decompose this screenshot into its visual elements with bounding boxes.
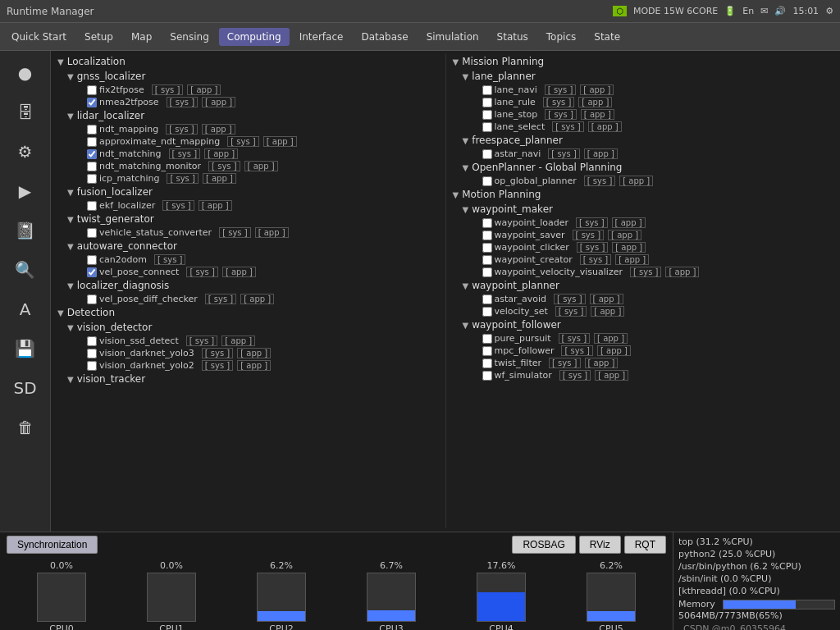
module-checkbox-ekf_localizer[interactable] [87, 201, 97, 211]
menu-item-setup[interactable]: Setup [76, 28, 121, 46]
section-freespace_planner[interactable]: ▼freespace_planner [450, 133, 838, 148]
tag-app[interactable]: [ app ] [585, 358, 619, 368]
module-checkbox-waypoint_creator[interactable] [482, 255, 492, 265]
section-localizer_diagnosis[interactable]: ▼localizer_diagnosis [54, 278, 442, 293]
tag-sys[interactable]: [ sys ] [202, 348, 234, 358]
module-checkbox-fix2tfpose[interactable] [87, 85, 97, 95]
tag-sys[interactable]: [ sys ] [559, 333, 591, 344]
module-checkbox-nmea2tfpose[interactable] [87, 98, 97, 107]
trash-icon[interactable]: 🗑 [7, 409, 44, 446]
terminal-icon[interactable]: ▶ [7, 172, 44, 210]
module-checkbox-can2odom[interactable] [87, 255, 97, 265]
module-checkbox-icp_matching[interactable] [87, 174, 97, 184]
module-checkbox-wf_simulator[interactable] [482, 371, 492, 381]
module-checkbox-waypoint_clicker[interactable] [482, 243, 492, 253]
drive-icon[interactable]: 💾 [7, 330, 44, 368]
menu-item-sensing[interactable]: Sensing [162, 28, 217, 46]
tag-app[interactable]: [ app ] [202, 124, 235, 135]
menu-item-database[interactable]: Database [353, 28, 416, 46]
section-waypoint_planner[interactable]: ▼waypoint_planner [450, 278, 838, 293]
sd-icon[interactable]: SD [7, 369, 44, 407]
module-checkbox-vision_darknet_yolo2[interactable] [87, 361, 97, 371]
tag-app[interactable]: [ app ] [244, 161, 278, 171]
section-waypoint_follower[interactable]: ▼waypoint_follower [450, 317, 838, 332]
module-checkbox-lane_select[interactable] [482, 122, 492, 132]
tag-app[interactable]: [ app ] [597, 345, 631, 356]
module-checkbox-astar_avoid[interactable] [482, 294, 492, 304]
menu-item-state[interactable]: State [586, 28, 628, 46]
rosbag-button[interactable]: ROSBAG [512, 536, 575, 554]
module-checkbox-waypoint_loader[interactable] [482, 218, 492, 228]
module-checkbox-waypoint_saver[interactable] [482, 231, 492, 240]
tag-sys[interactable]: [ sys ] [205, 294, 237, 304]
tag-sys[interactable]: [ sys ] [167, 173, 199, 184]
tag-app[interactable]: [ app ] [612, 242, 646, 253]
tag-app[interactable]: [ app ] [237, 348, 271, 358]
module-checkbox-lane_navi[interactable] [482, 85, 492, 95]
menu-item-topics[interactable]: Topics [538, 28, 584, 46]
tag-sys[interactable]: [ sys ] [186, 336, 218, 346]
tag-app[interactable]: [ app ] [578, 97, 612, 107]
module-checkbox-ndt_mapping[interactable] [87, 125, 97, 135]
files-icon[interactable]: 🗄 [7, 94, 44, 131]
section-lidar_localizer[interactable]: ▼lidar_localizer [54, 108, 442, 123]
module-checkbox-velocity_set[interactable] [482, 307, 492, 317]
notebook-icon[interactable]: 📓 [7, 212, 44, 249]
tag-app[interactable]: [ app ] [588, 121, 622, 132]
tag-sys[interactable]: [ sys ] [549, 358, 581, 368]
rviz-button[interactable]: RViz [579, 536, 621, 554]
tag-sys[interactable]: [ sys ] [543, 97, 575, 107]
autoware-icon[interactable]: A [7, 290, 44, 328]
tag-app[interactable]: [ app ] [619, 176, 653, 186]
tag-sys[interactable]: [ sys ] [208, 161, 240, 171]
menu-item-status[interactable]: Status [489, 28, 536, 46]
module-checkbox-lane_stop[interactable] [482, 110, 492, 120]
tag-app[interactable]: [ app ] [584, 148, 618, 159]
tag-sys[interactable]: [ sys ] [162, 200, 194, 211]
tag-app[interactable]: [ app ] [204, 148, 238, 159]
tag-sys[interactable]: [ sys ] [154, 254, 186, 265]
tag-app[interactable]: [ app ] [240, 294, 274, 304]
tag-sys[interactable]: [ sys ] [166, 124, 198, 135]
tag-app[interactable]: [ app ] [615, 254, 649, 265]
tag-sys[interactable]: [ sys ] [554, 294, 586, 304]
tag-app[interactable]: [ app ] [595, 370, 628, 381]
tag-sys[interactable]: [ sys ] [169, 148, 201, 159]
module-checkbox-mpc_follower[interactable] [482, 346, 492, 356]
rqt-button[interactable]: RQT [624, 536, 666, 554]
tag-app[interactable]: [ app ] [590, 294, 623, 304]
section-gnss_localizer[interactable]: ▼gnss_localizer [54, 69, 442, 84]
module-checkbox-approximate_ndt_mapping[interactable] [87, 137, 97, 147]
module-checkbox-lane_rule[interactable] [482, 98, 492, 107]
tag-app[interactable]: [ app ] [665, 267, 699, 277]
tag-app[interactable]: [ app ] [608, 230, 641, 240]
section-fusion_localizer[interactable]: ▼fusion_localizer [54, 185, 442, 199]
menu-item-interface[interactable]: Interface [291, 28, 352, 46]
section-vision_detector[interactable]: ▼vision_detector [54, 320, 442, 335]
module-checkbox-ndt_matching_monitor[interactable] [87, 162, 97, 171]
menu-item-simulation[interactable]: Simulation [418, 28, 487, 46]
tag-sys[interactable]: [ sys ] [580, 254, 612, 265]
tag-app[interactable]: [ app ] [581, 109, 614, 120]
tag-sys[interactable]: [ sys ] [186, 267, 218, 277]
tag-sys[interactable]: [ sys ] [555, 306, 587, 317]
tag-sys[interactable]: [ sys ] [576, 217, 608, 228]
section-mission-planning[interactable]: ▼Mission Planning [450, 54, 838, 69]
tag-sys[interactable]: [ sys ] [152, 84, 184, 95]
section-localization[interactable]: ▼Localization [54, 54, 442, 69]
tag-sys[interactable]: [ sys ] [573, 230, 605, 240]
tag-app[interactable]: [ app ] [263, 136, 297, 147]
search-icon[interactable]: 🔍 [7, 251, 44, 289]
section-openplanner---global-planning[interactable]: ▼OpenPlanner - Global Planning [450, 160, 838, 175]
module-checkbox-vel_pose_diff_checker[interactable] [87, 294, 97, 304]
tag-app[interactable]: [ app ] [612, 217, 646, 228]
tag-sys[interactable]: [ sys ] [552, 121, 584, 132]
section-vision_tracker[interactable]: ▼vision_tracker [54, 372, 442, 386]
module-checkbox-vision_ssd_detect[interactable] [87, 336, 97, 346]
section-waypoint_maker[interactable]: ▼waypoint_maker [450, 202, 838, 217]
tag-app[interactable]: [ app ] [255, 227, 289, 238]
module-checkbox-twist_filter[interactable] [482, 358, 492, 368]
tag-app[interactable]: [ app ] [222, 267, 256, 277]
sync-button[interactable]: Synchronization [7, 536, 98, 554]
tag-app[interactable]: [ app ] [203, 173, 236, 184]
